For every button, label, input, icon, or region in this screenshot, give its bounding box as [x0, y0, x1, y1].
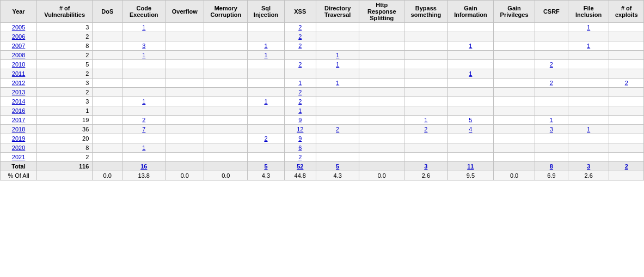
cell-year[interactable]: 2017: [1, 116, 37, 125]
cell-gain-info: [447, 134, 494, 143]
cell-exploits: [609, 32, 644, 41]
cell-file: [568, 134, 609, 143]
cell-sql: [248, 32, 284, 41]
cell-dir: [316, 88, 359, 97]
cell-total-vuln: 116: [37, 162, 93, 171]
cell-xss: 9: [284, 134, 316, 143]
cell-memory: [204, 106, 248, 116]
cell-file: [568, 116, 609, 125]
cell-year[interactable]: 2016: [1, 106, 37, 116]
header-file: FileInclusion: [568, 1, 609, 23]
cell-xss: [284, 69, 316, 79]
cell-dos: [93, 23, 122, 32]
cell-xss: 2: [284, 23, 316, 32]
cell-xss: 9: [284, 116, 316, 125]
cell-http: [359, 60, 404, 69]
cell-pct-dos: 0.0: [93, 171, 122, 180]
cell-gain-info: 5: [447, 116, 494, 125]
cell-code: 1: [122, 97, 165, 106]
cell-total-overflow: [165, 162, 204, 171]
cell-bypass: [404, 41, 447, 51]
table-row: 2012 3 1 1 2 2: [1, 79, 644, 88]
cell-memory: [204, 79, 248, 88]
cell-code: 2: [122, 116, 165, 125]
cell-dir: [316, 134, 359, 143]
cell-overflow: [165, 23, 204, 32]
cell-exploits: [609, 60, 644, 69]
cell-year[interactable]: 2011: [1, 69, 37, 79]
cell-overflow: [165, 51, 204, 60]
cell-sql: [248, 69, 284, 79]
cell-gain-info: [447, 79, 494, 88]
cell-year[interactable]: 2021: [1, 153, 37, 162]
header-gain-info: GainInformation: [447, 1, 494, 23]
cell-gain-info: [447, 51, 494, 60]
cell-gain-info: [447, 153, 494, 162]
table-row: 2021 2 2: [1, 153, 644, 162]
cell-total-gain-priv: [494, 162, 535, 171]
cell-exploits: [609, 143, 644, 153]
table-row: 2016 1 1: [1, 106, 644, 116]
cell-vuln: 8: [37, 41, 93, 51]
cell-file: 1: [568, 125, 609, 134]
cell-year[interactable]: 2012: [1, 79, 37, 88]
cell-sql: [248, 143, 284, 153]
cell-csrf: [535, 153, 568, 162]
table-row: 2019 20 2 9: [1, 134, 644, 143]
cell-code: 3: [122, 41, 165, 51]
cell-csrf: [535, 143, 568, 153]
cell-memory: [204, 153, 248, 162]
cell-dos: [93, 153, 122, 162]
cell-year[interactable]: 2014: [1, 97, 37, 106]
cell-xss: 2: [284, 32, 316, 41]
cell-dir: [316, 153, 359, 162]
table-row: 2017 19 2 9 1 5 1: [1, 116, 644, 125]
cell-http: [359, 23, 404, 32]
cell-vuln: 20: [37, 134, 93, 143]
cell-total-bypass: 3: [404, 162, 447, 171]
cell-gain-priv: [494, 134, 535, 143]
cell-overflow: [165, 143, 204, 153]
cell-sql: 1: [248, 41, 284, 51]
cell-code: [122, 88, 165, 97]
table-row: 2013 2 2: [1, 88, 644, 97]
cell-year[interactable]: 2007: [1, 41, 37, 51]
cell-memory: [204, 125, 248, 134]
cell-total-label: Total: [1, 162, 37, 171]
cell-file: [568, 60, 609, 69]
header-year: Year: [1, 1, 37, 23]
cell-year[interactable]: 2018: [1, 125, 37, 134]
header-http: HttpResponseSplitting: [359, 1, 404, 23]
cell-xss: 2: [284, 153, 316, 162]
cell-file: [568, 32, 609, 41]
cell-year[interactable]: 2006: [1, 32, 37, 41]
cell-year[interactable]: 2008: [1, 51, 37, 60]
cell-exploits: [609, 125, 644, 134]
header-sql: SqlInjection: [248, 1, 284, 23]
table-row: 2018 36 7 12 2 2 4 3 1: [1, 125, 644, 134]
cell-file: 1: [568, 23, 609, 32]
cell-vuln: 5: [37, 60, 93, 69]
cell-year[interactable]: 2019: [1, 134, 37, 143]
cell-pct-dir: 4.3: [316, 171, 359, 180]
cell-year[interactable]: 2020: [1, 143, 37, 153]
cell-dos: [93, 97, 122, 106]
cell-bypass: [404, 106, 447, 116]
cell-overflow: [165, 134, 204, 143]
cell-year[interactable]: 2005: [1, 23, 37, 32]
cell-year[interactable]: 2013: [1, 88, 37, 97]
cell-sql: [248, 116, 284, 125]
cell-csrf: 3: [535, 125, 568, 134]
cell-csrf: [535, 97, 568, 106]
cell-bypass: 1: [404, 116, 447, 125]
cell-vuln: 19: [37, 116, 93, 125]
cell-code: 7: [122, 125, 165, 134]
cell-file: [568, 97, 609, 106]
cell-vuln: 36: [37, 125, 93, 134]
cell-year[interactable]: 2010: [1, 60, 37, 69]
percent-row: % Of All 0.0 13.8 0.0 0.0 4.3 44.8 4.3 0…: [1, 171, 644, 180]
cell-bypass: [404, 60, 447, 69]
cell-total-file: 3: [568, 162, 609, 171]
cell-memory: [204, 32, 248, 41]
cell-dos: [93, 32, 122, 41]
